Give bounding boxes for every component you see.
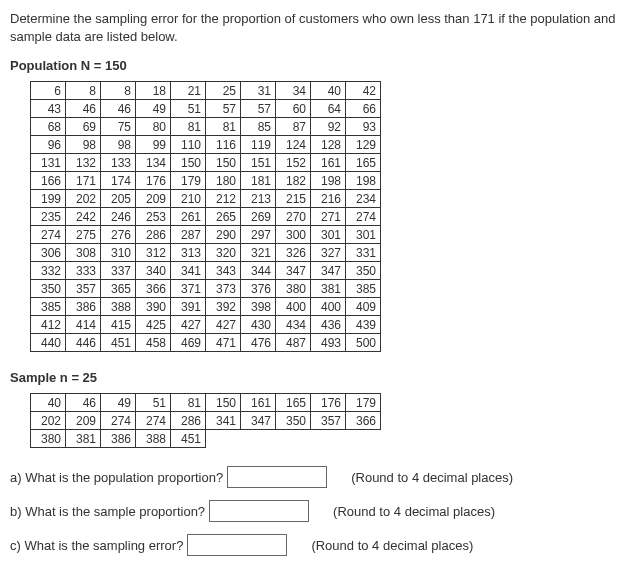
- question-a-input[interactable]: [227, 466, 327, 488]
- question-b-input[interactable]: [209, 500, 309, 522]
- table-cell: 25: [206, 82, 241, 100]
- table-cell: 69: [66, 118, 101, 136]
- table-cell: 85: [241, 118, 276, 136]
- table-cell: 176: [311, 394, 346, 412]
- table-cell: 344: [241, 262, 276, 280]
- table-cell: 343: [206, 262, 241, 280]
- table-cell: 212: [206, 190, 241, 208]
- table-cell: 152: [276, 154, 311, 172]
- table-cell: 373: [206, 280, 241, 298]
- table-cell: 161: [311, 154, 346, 172]
- table-cell: 165: [276, 394, 311, 412]
- table-cell: 313: [171, 244, 206, 262]
- table-cell: 99: [136, 136, 171, 154]
- table-cell: 205: [101, 190, 136, 208]
- table-cell: 341: [171, 262, 206, 280]
- table-cell: 131: [31, 154, 66, 172]
- table-cell: 310: [101, 244, 136, 262]
- table-cell: 151: [241, 154, 276, 172]
- table-cell: 235: [31, 208, 66, 226]
- table-cell: 51: [136, 394, 171, 412]
- table-cell: 246: [101, 208, 136, 226]
- table-cell: 427: [206, 316, 241, 334]
- table-cell: 161: [241, 394, 276, 412]
- table-cell: 357: [311, 412, 346, 430]
- table-cell: 398: [241, 298, 276, 316]
- table-cell: 347: [241, 412, 276, 430]
- table-cell: 388: [101, 298, 136, 316]
- table-cell: 412: [31, 316, 66, 334]
- table-cell: 96: [31, 136, 66, 154]
- table-cell: 60: [276, 100, 311, 118]
- table-cell: 234: [346, 190, 381, 208]
- table-cell: 269: [241, 208, 276, 226]
- table-cell: 425: [136, 316, 171, 334]
- table-cell: 46: [66, 394, 101, 412]
- table-cell: 242: [66, 208, 101, 226]
- table-cell: 386: [101, 430, 136, 448]
- table-cell: 381: [311, 280, 346, 298]
- table-cell: 347: [276, 262, 311, 280]
- table-cell: 391: [171, 298, 206, 316]
- table-cell: 81: [206, 118, 241, 136]
- table-cell: 331: [346, 244, 381, 262]
- question-c-text: c) What is the sampling error?: [10, 538, 183, 553]
- table-cell: 150: [206, 154, 241, 172]
- table-cell: 446: [66, 334, 101, 352]
- table-cell: 213: [241, 190, 276, 208]
- table-cell: 301: [346, 226, 381, 244]
- question-c-input[interactable]: [187, 534, 287, 556]
- table-cell: 436: [311, 316, 346, 334]
- table-cell: 132: [66, 154, 101, 172]
- table-cell: 341: [206, 412, 241, 430]
- table-cell: 476: [241, 334, 276, 352]
- table-cell: 209: [136, 190, 171, 208]
- question-c-row: c) What is the sampling error? (Round to…: [10, 534, 616, 556]
- table-cell: 276: [101, 226, 136, 244]
- table-cell: 376: [241, 280, 276, 298]
- table-cell: 57: [241, 100, 276, 118]
- table-cell: 414: [66, 316, 101, 334]
- table-cell: 332: [31, 262, 66, 280]
- table-cell: 174: [101, 172, 136, 190]
- table-cell: 199: [31, 190, 66, 208]
- table-cell: 124: [276, 136, 311, 154]
- table-cell: 42: [346, 82, 381, 100]
- table-cell: 51: [171, 100, 206, 118]
- table-cell: 409: [346, 298, 381, 316]
- table-cell: 80: [136, 118, 171, 136]
- table-cell: 133: [101, 154, 136, 172]
- table-cell: 308: [66, 244, 101, 262]
- table-cell: 274: [31, 226, 66, 244]
- table-cell: 380: [276, 280, 311, 298]
- table-cell: [276, 430, 311, 448]
- table-cell: 274: [136, 412, 171, 430]
- question-a-row: a) What is the population proportion? (R…: [10, 466, 616, 488]
- question-c-hint: (Round to 4 decimal places): [311, 538, 473, 553]
- table-cell: 179: [171, 172, 206, 190]
- table-cell: 210: [171, 190, 206, 208]
- table-cell: 81: [171, 118, 206, 136]
- table-cell: 380: [31, 430, 66, 448]
- table-cell: 166: [31, 172, 66, 190]
- table-cell: 300: [276, 226, 311, 244]
- table-cell: 110: [171, 136, 206, 154]
- table-cell: 385: [31, 298, 66, 316]
- table-cell: 176: [136, 172, 171, 190]
- table-cell: 500: [346, 334, 381, 352]
- table-cell: 271: [311, 208, 346, 226]
- table-cell: 333: [66, 262, 101, 280]
- table-cell: 179: [346, 394, 381, 412]
- sample-table: 4046495181150161165176179202209274274286…: [30, 393, 381, 448]
- table-cell: 440: [31, 334, 66, 352]
- table-cell: 350: [276, 412, 311, 430]
- table-cell: 471: [206, 334, 241, 352]
- table-cell: 34: [276, 82, 311, 100]
- table-cell: [206, 430, 241, 448]
- table-cell: 265: [206, 208, 241, 226]
- table-cell: 198: [346, 172, 381, 190]
- table-cell: 64: [311, 100, 346, 118]
- table-cell: 301: [311, 226, 346, 244]
- table-cell: 327: [311, 244, 346, 262]
- table-cell: 427: [171, 316, 206, 334]
